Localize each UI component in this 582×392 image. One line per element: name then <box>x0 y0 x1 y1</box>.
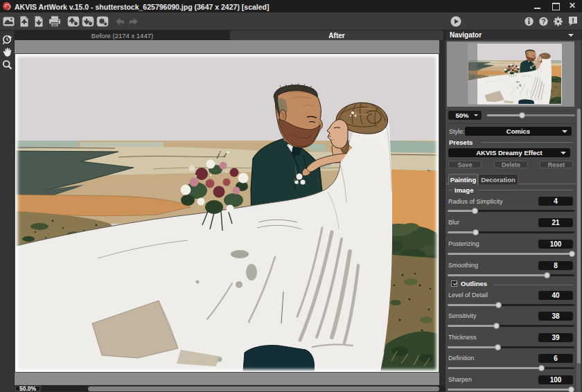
slider-value[interactable]: 4 <box>538 197 573 206</box>
import-presets-icon[interactable] <box>67 16 80 27</box>
export-image-icon[interactable] <box>35 16 43 27</box>
zoom-readout: 50.0% <box>15 386 40 391</box>
slider-value[interactable]: 100 <box>538 375 573 384</box>
slider-value[interactable]: 39 <box>538 333 573 342</box>
slider[interactable] <box>448 251 574 257</box>
preset-select-value: AKVIS Dreamy Effect <box>476 149 543 157</box>
after-image[interactable] <box>15 53 439 373</box>
slider-knob[interactable] <box>569 251 575 257</box>
tab-before[interactable]: Before (2174 x 1447) <box>15 30 230 40</box>
title-bar: AKVIS ArtWork v.15.0 - shutterstock_6257… <box>0 0 582 12</box>
toolbar: ? <box>0 12 582 30</box>
slider-value[interactable]: 8 <box>538 261 573 270</box>
slider-knob[interactable] <box>495 302 502 308</box>
print-icon[interactable] <box>48 16 61 27</box>
slider-value[interactable]: 38 <box>538 312 573 321</box>
open-image-icon[interactable] <box>3 16 15 27</box>
slider[interactable] <box>448 386 574 392</box>
navigator-title: Navigator <box>450 30 482 40</box>
reset-preset-button[interactable]: Reset <box>540 161 573 168</box>
slider-knob[interactable] <box>472 208 478 214</box>
zoom-tool-icon[interactable] <box>2 60 12 70</box>
separator <box>446 123 582 124</box>
app-logo-icon <box>3 2 11 10</box>
undo-icon[interactable] <box>115 16 125 27</box>
settings-scrollbar-thumb[interactable] <box>577 109 581 364</box>
redo-icon[interactable] <box>129 16 139 27</box>
preset-select-arrow-icon <box>561 152 566 154</box>
outlines-group-line <box>448 285 450 285</box>
style-select-value: Comics <box>506 127 530 135</box>
app-window: AKVIS ArtWork v.15.0 - shutterstock_6257… <box>0 0 582 392</box>
slider-label: Thickness <box>448 333 477 341</box>
zoom-select-arrow-icon <box>474 114 478 116</box>
slider-label: Posterizing <box>448 240 479 248</box>
slider[interactable] <box>448 272 574 278</box>
window-title: AKVIS ArtWork v.15.0 - shutterstock_6257… <box>15 3 269 11</box>
slider-label: Blur <box>448 218 459 226</box>
slider[interactable] <box>448 302 574 308</box>
panel-divider <box>439 40 446 392</box>
outlines-group-title: Outlines <box>461 280 487 288</box>
batch-processing-icon[interactable] <box>96 16 109 27</box>
style-select[interactable]: Comics <box>465 127 572 136</box>
tab-painting[interactable]: Painting <box>448 174 478 185</box>
slider-label: Definition <box>448 354 475 362</box>
outlines-group-line <box>493 285 573 285</box>
zoom-slider-knob[interactable] <box>519 112 525 118</box>
slider-value[interactable]: 100 <box>538 240 573 249</box>
minimize-button[interactable] <box>534 3 542 10</box>
slider[interactable] <box>448 208 574 214</box>
slider-knob[interactable] <box>473 229 479 235</box>
hand-tool-icon[interactable] <box>2 47 12 57</box>
close-button[interactable]: ✕ <box>569 1 577 8</box>
quick-preview-tool-icon[interactable] <box>2 34 12 44</box>
image-group-line <box>448 190 452 190</box>
image-group-title: Image <box>455 186 473 195</box>
image-group-line <box>478 190 573 190</box>
slider-label: Smoothing <box>448 261 478 269</box>
slider-value[interactable]: 6 <box>538 354 573 363</box>
slider-label: Level of Detail <box>448 291 488 299</box>
navigator-header[interactable]: Navigator <box>446 30 582 40</box>
import-image-icon[interactable] <box>20 16 28 27</box>
slider-label: Sensitivity <box>448 312 477 320</box>
slider[interactable] <box>448 344 574 350</box>
help-icon[interactable]: ? <box>539 16 548 27</box>
preset-select[interactable]: AKVIS Dreamy Effect <box>448 148 570 157</box>
zoom-slider[interactable] <box>487 112 575 118</box>
navigator-collapse-icon[interactable] <box>568 34 574 37</box>
export-presets-icon[interactable] <box>82 16 94 27</box>
delete-preset-button[interactable]: Delete <box>494 161 528 168</box>
slider-label: Sharpen <box>448 375 472 384</box>
slider[interactable] <box>448 365 574 371</box>
slider-knob[interactable] <box>493 323 500 329</box>
zoom-select[interactable]: 50% <box>448 111 482 120</box>
preferences-icon[interactable] <box>553 16 563 27</box>
slider-knob[interactable] <box>538 365 545 371</box>
save-preset-button[interactable]: Save <box>448 161 482 168</box>
navigator-thumbnail[interactable] <box>468 44 562 105</box>
slider-label: Radius of Simplicity <box>448 197 503 206</box>
tab-after[interactable]: After <box>230 30 443 40</box>
slider-value[interactable]: 40 <box>538 291 573 300</box>
slider[interactable] <box>448 229 574 235</box>
outlines-checkbox[interactable] <box>451 280 457 287</box>
slider-knob[interactable] <box>544 272 550 278</box>
slider-knob[interactable] <box>495 344 501 350</box>
navigator-offview-shade <box>468 44 477 105</box>
tab-decoration[interactable]: Decoration <box>478 174 518 184</box>
maximize-button[interactable] <box>552 3 560 10</box>
info-icon[interactable] <box>524 16 534 27</box>
tool-sidebar <box>0 30 15 392</box>
run-icon[interactable] <box>450 16 461 27</box>
horizontal-scrollbar-thumb[interactable] <box>88 386 439 391</box>
style-select-arrow-icon <box>562 130 567 133</box>
style-label: Style: <box>449 127 465 136</box>
feedback-icon[interactable] <box>568 16 578 27</box>
slider-knob[interactable] <box>568 386 574 392</box>
slider[interactable] <box>448 323 574 329</box>
slider-value[interactable]: 21 <box>538 218 573 227</box>
presets-group-title: Presets <box>449 139 473 147</box>
svg-text:?: ? <box>541 18 545 26</box>
